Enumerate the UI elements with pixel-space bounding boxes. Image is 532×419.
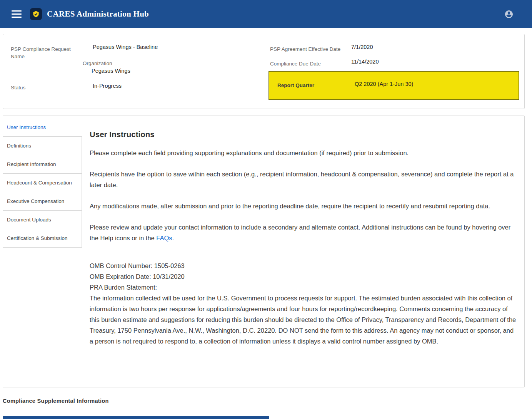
faq-link[interactable]: FAQs <box>156 235 172 241</box>
section-nav-sidebar: User Instructions Definitions Recipient … <box>3 116 82 248</box>
instructions-paragraph-3: Any modifications made, after submission… <box>90 201 517 211</box>
sidebar-item-recipient-information[interactable]: Recipient Information <box>3 155 82 174</box>
sidebar-item-user-instructions[interactable]: User Instructions <box>3 118 82 137</box>
user-avatar-icon[interactable] <box>504 10 514 19</box>
sidebar-item-document-uploads[interactable]: Document Uploads <box>3 211 82 229</box>
omb-expiration-date: OMB Expiration Date: 10/31/2020 <box>90 271 517 282</box>
instructions-paragraph-1: Please complete each field providing sup… <box>90 147 517 158</box>
report-main-panel: User Instructions Definitions Recipient … <box>3 116 525 387</box>
request-name-label: PSP Compliance Request Name <box>11 45 72 60</box>
report-quarter-value: Q2 2020 (Apr 1-Jun 30) <box>355 81 413 87</box>
organization-label: Organization <box>83 60 112 67</box>
top-navbar: CARES Administration Hub <box>0 0 532 28</box>
due-date-label: Compliance Due Date <box>270 60 321 67</box>
report-quarter-highlight: Report Quarter Q2 2020 (Apr 1-Jun 30) <box>269 71 519 100</box>
supplemental-active-tab[interactable] <box>3 416 269 419</box>
instructions-paragraph-4: Please review and update your contact in… <box>90 222 517 243</box>
compliance-supplemental-heading: Compliance Supplemental Information <box>3 398 109 404</box>
app-title: CARES Administration Hub <box>47 9 149 19</box>
request-name-value: Pegasus Wings - Baseline <box>93 44 158 50</box>
due-date-value: 11/14/2020 <box>351 59 379 65</box>
instructions-paragraph-2: Recipients have the option to save withi… <box>90 169 517 190</box>
hamburger-menu-icon[interactable] <box>12 8 22 20</box>
paragraph-4-period: . <box>172 235 174 241</box>
app-logo-icon <box>30 8 42 20</box>
sidebar-item-definitions[interactable]: Definitions <box>3 137 82 155</box>
report-quarter-label: Report Quarter <box>277 82 314 88</box>
compliance-summary-panel: PSP Compliance Request Name Pegasus Wing… <box>3 34 525 109</box>
content-heading: User Instructions <box>90 130 517 139</box>
supplemental-panel-top <box>3 416 525 419</box>
effective-date-label: PSP Agreement Effective Date <box>270 45 340 53</box>
paragraph-4-text: Please review and update your contact in… <box>90 224 510 241</box>
status-label: Status <box>11 84 25 91</box>
effective-date-value: 7/1/2020 <box>351 44 373 50</box>
sidebar-item-headcount-compensation[interactable]: Headcount & Compensation <box>3 174 82 192</box>
omb-control-number: OMB Control Number: 1505-0263 <box>90 260 517 271</box>
user-instructions-content: User Instructions Please complete each f… <box>82 116 524 387</box>
pra-burden-statement-text: The information collected will be used f… <box>90 293 517 347</box>
omb-block: OMB Control Number: 1505-0263 OMB Expira… <box>90 260 517 347</box>
sidebar-item-certification-submission[interactable]: Certification & Submission <box>3 229 82 248</box>
sidebar-item-executive-compensation[interactable]: Executive Compensation <box>3 192 82 211</box>
organization-value: Pegasus Wings <box>92 68 130 74</box>
status-value: In-Progress <box>93 83 122 89</box>
pra-burden-statement-label: PRA Burden Statement: <box>90 282 517 293</box>
